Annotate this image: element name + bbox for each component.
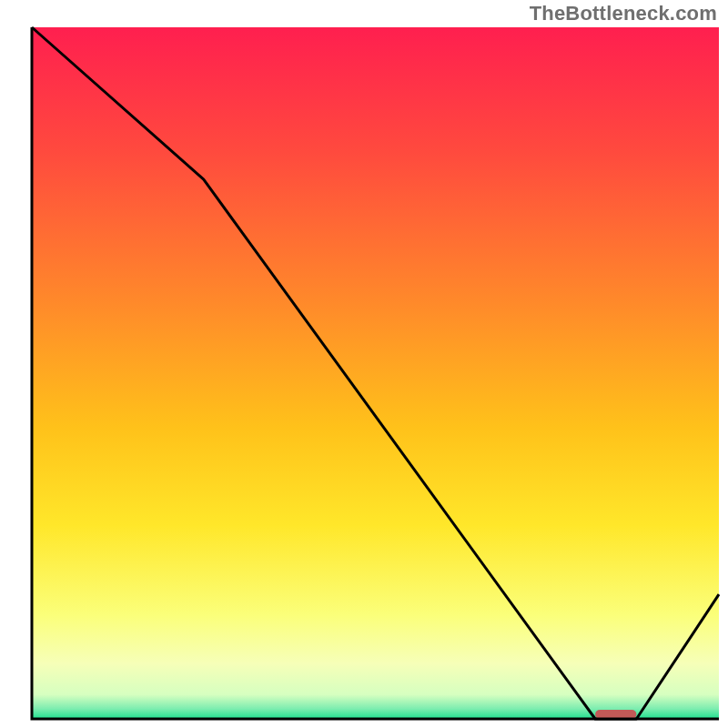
chart-container: TheBottleneck.com [0, 0, 728, 728]
chart-svg [0, 0, 728, 728]
plot-background [32, 27, 719, 719]
